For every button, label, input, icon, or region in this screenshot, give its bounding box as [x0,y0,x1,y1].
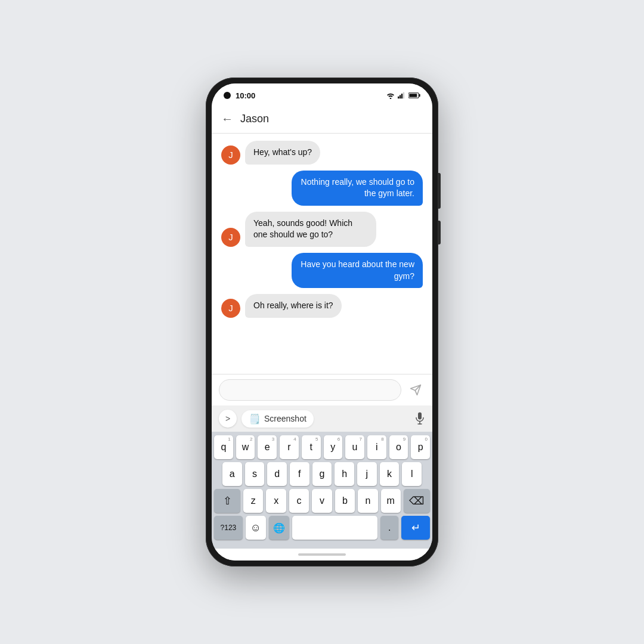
key-shift[interactable]: ⇧ [214,489,240,513]
message-input[interactable] [219,379,401,401]
suggestion-bar: > 🗒️ Screenshot [212,405,432,432]
camera-hole [224,92,231,99]
key-row-3: ⇧ z x c v b n m ⌫ [214,489,430,513]
message-bubble: Oh really, where is it? [245,294,342,318]
key-a[interactable]: a [222,462,242,486]
input-area [212,374,432,405]
key-g[interactable]: g [312,462,332,486]
gesture-bar [212,549,432,561]
key-m[interactable]: m [381,489,401,513]
phone-screen: 10:00 [212,83,432,561]
svg-rect-8 [418,413,422,420]
message-row: J Yeah, sounds good! Which one should we… [221,212,423,247]
message-bubble: Nothing really, we should go to the gym … [292,171,423,206]
key-row-2: a s d f g h j k l [214,462,430,486]
phone-frame: 10:00 [206,78,438,566]
key-row-4: ?123 ☺ 🌐 . ↵ [214,516,430,540]
send-button[interactable] [406,380,425,400]
chevron-right-icon: > [225,414,230,423]
avatar: J [221,299,240,318]
key-backspace[interactable]: ⌫ [404,489,430,513]
app-bar: ← Jason [212,105,432,134]
power-button [438,173,441,209]
key-n[interactable]: n [358,489,377,513]
chip-label: Screenshot [264,414,306,423]
key-space[interactable] [292,516,377,540]
gesture-indicator [298,553,346,556]
key-b[interactable]: b [335,489,355,513]
key-q[interactable]: q1 [214,435,233,459]
message-bubble: Yeah, sounds good! Which one should we g… [245,212,376,247]
key-emoji[interactable]: ☺ [246,516,266,540]
screenshot-chip[interactable]: 🗒️ Screenshot [242,410,314,428]
svg-rect-2 [400,95,401,98]
message-bubble: Have you heard about the new gym? [292,253,423,288]
screenshot-icon: 🗒️ [249,413,261,425]
keyboard: q1 w2 e3 r4 t5 y6 u7 i8 o9 p0 a s d f g … [212,432,432,549]
key-row-1: q1 w2 e3 r4 t5 y6 u7 i8 o9 p0 [214,435,430,459]
key-l[interactable]: l [402,462,422,486]
avatar: J [221,145,240,165]
key-o[interactable]: o9 [389,435,408,459]
key-enter[interactable]: ↵ [401,516,430,540]
message-row: Nothing really, we should go to the gym … [221,171,423,206]
mic-icon [414,412,425,425]
svg-rect-3 [401,94,402,98]
message-row: J Oh really, where is it? [221,294,423,318]
key-r[interactable]: r4 [280,435,299,459]
svg-rect-4 [403,92,404,99]
key-e[interactable]: e3 [258,435,277,459]
chat-area[interactable]: J Hey, what's up? Nothing really, we sho… [212,134,432,374]
key-y[interactable]: y6 [324,435,343,459]
message-row: J Hey, what's up? [221,141,423,165]
key-p[interactable]: p0 [411,435,430,459]
key-d[interactable]: d [267,462,287,486]
svg-rect-1 [398,97,399,99]
svg-point-0 [390,98,392,99]
send-icon [410,384,422,396]
key-t[interactable]: t5 [302,435,321,459]
svg-rect-6 [419,94,420,97]
back-button[interactable]: ← [221,112,233,126]
key-k[interactable]: k [380,462,400,486]
svg-rect-7 [409,94,417,97]
key-f[interactable]: f [290,462,309,486]
contact-name: Jason [240,113,269,125]
key-x[interactable]: x [266,489,286,513]
key-c[interactable]: c [289,489,309,513]
volume-button [438,221,441,244]
key-period[interactable]: . [380,516,398,540]
wifi-icon [386,92,395,99]
key-i[interactable]: i8 [367,435,386,459]
key-w[interactable]: w2 [236,435,255,459]
key-numbers[interactable]: ?123 [214,516,243,540]
status-icons [386,92,420,99]
message-row: Have you heard about the new gym? [221,253,423,288]
avatar: J [221,228,240,247]
key-z[interactable]: z [243,489,263,513]
key-h[interactable]: h [335,462,354,486]
key-globe[interactable]: 🌐 [269,516,289,540]
key-s[interactable]: s [245,462,265,486]
status-time: 10:00 [236,91,255,100]
key-j[interactable]: j [357,462,377,486]
expand-button[interactable]: > [219,410,237,428]
key-u[interactable]: u7 [345,435,364,459]
message-bubble: Hey, what's up? [245,141,320,165]
key-v[interactable]: v [312,489,332,513]
status-bar: 10:00 [212,83,432,105]
mic-button[interactable] [414,412,425,425]
signal-icon [398,92,406,99]
battery-icon [408,92,420,99]
